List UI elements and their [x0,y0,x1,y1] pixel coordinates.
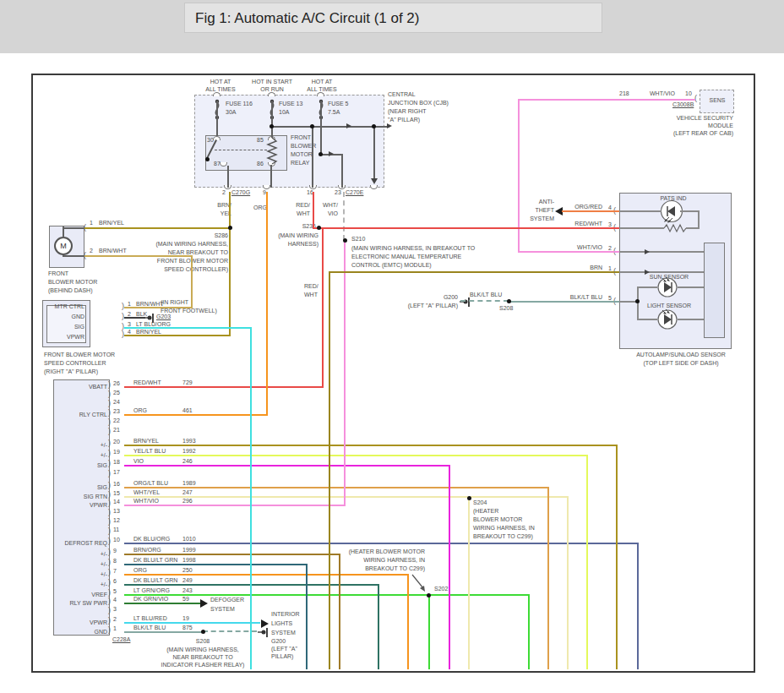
connector-pin-bracket: ) [108,450,111,457]
connector-wire-line [124,603,200,604]
wire-brnwht-ctrl [124,307,192,308]
vsm-circuit: 218 [619,90,629,97]
sensor-pin2-diode-arrow [645,249,650,254]
connector-wire-name: LT BLU/RED [133,615,167,622]
cjb-fuse5-drop [320,101,322,156]
connector-wire-name: ORG [133,567,147,574]
ctrl-name-2: SPEED CONTROLLER [44,360,106,367]
light-sensor-label: LIGHT SENSOR [647,303,691,309]
wire-blkltblu-dashed [460,300,509,302]
feed1-connector-arc [213,92,220,96]
blkltblu-dash-tag: BLK/LT BLU [470,292,502,298]
cjb-spare-down-arrow [371,178,378,184]
connector-pin-number: 15 [113,490,120,497]
s202-note-3: BREAKOUT TO C299) [365,565,425,572]
sensor-caption-2: (TOP LEFT SIDE OF DASH) [643,360,718,367]
connector-pin-number: 17 [113,469,120,476]
connector-wire-line [124,622,260,624]
anti-theft-2: THEFT [535,207,554,214]
vsm-conn[interactable]: C3008B [672,101,694,108]
g200-sensor-ground-icon [460,297,470,307]
s202-pointer-arrow [411,573,429,593]
fuse1-amps: 30A [226,109,236,116]
wire-whtvio-down [344,240,346,506]
connector-pin-bracket: ) [108,381,111,389]
sensor-pin3-lead [619,227,664,229]
wire-org-tag: ORG [253,205,267,211]
cjb-relay87-drop [227,166,229,188]
wire-org250-down [407,574,409,669]
splice-s286-dot [228,226,232,230]
connector-signal-label: +/- [101,581,107,588]
splice-s204-dot [467,496,471,500]
wire-redwht-to-sensor [313,227,619,229]
fuse3-amps: 7.5A [328,109,340,116]
connector-pin-bracket: ) [108,626,111,634]
light-left-stub [637,319,657,320]
cjb-fuse13-drop [271,101,273,127]
connector-id[interactable]: C228A [112,636,130,643]
connector-pin-number: 14 [113,499,120,505]
wire-dkbluorg-down [637,543,639,669]
cjb-spare-drop [373,127,375,179]
connector-signal-label: +/- [101,551,107,558]
wire-blkltblu-dashed-main [203,630,257,632]
connector-circuit-number: 1999 [182,547,196,554]
connector-signal-label: DEFROST REQ [65,540,107,547]
wire-whtvio-dashed-drop [343,192,345,240]
motor-pin1-num: 1 [90,220,93,226]
feed2-label: HOT IN START [252,79,292,85]
sensor-pin1-diode-arrow [645,270,650,275]
feed3-connector-arc [317,92,324,96]
cjb-name-4: "A" PILLAR) [388,117,420,123]
connector-pin-bracket: ) [108,491,111,499]
connector-pin-number: 22 [113,417,120,424]
motor-pin2-num: 2 [90,248,93,254]
motor-name-1: FRONT [48,270,68,277]
sensor-pin1-lead [619,271,704,273]
relay-name-4: RELAY [291,160,309,166]
wire-brn-to-sensor [329,271,619,273]
sensor-wire-blkltblu: BLK/LT BLU [570,294,602,301]
relay-pin85: 85 [257,137,264,144]
connector-pin-number: 21 [113,427,120,434]
figure-title: Fig 1: Automatic A/C Circuit (1 of 2) [195,10,419,27]
s208-main-note-1: (MAIN WIRING HARNESS, [166,647,239,653]
g203-note-1: (IN RIGHT [161,299,188,306]
wire-orgltblu-down [547,487,549,669]
anti-theft-3: SYSTEM [530,216,554,222]
connector-wire-name: ORG [133,407,147,414]
connector-circuit-number: 875 [182,625,193,631]
cjb-pin2-conn[interactable]: C270G [231,189,250,196]
wire-redwht-tag1: RED/ [296,202,310,209]
ctrl-label-gnd: GND [71,314,84,320]
g200-main-id: G200 [271,638,286,645]
vsm-sens-label: SENS [709,97,725,104]
pats-loop-top [680,210,699,212]
g203-id[interactable]: G203 [156,314,171,320]
wire-brnwht-motor [84,255,192,257]
cjb-junction3-dot [372,124,376,128]
s204-note-3: WIRING HARNESS, IN [473,525,535,532]
connector-wire-line [124,505,345,506]
connector-circuit-number: 59 [182,596,189,603]
defogger-2: SYSTEM [210,606,235,613]
connector-pin-bracket: ) [108,482,111,489]
wire-ltbluorg-sig [124,327,252,329]
fuse1-name: FUSE 116 [226,101,253,107]
light-right-stub [678,319,704,320]
cjb-pin23-num: 23 [335,189,341,196]
vsm-wire: WHT/VIO [650,90,675,97]
defogger-arrow [200,599,208,608]
cjb-exit-arrow [387,123,392,128]
connector-pin-bracket: ) [108,390,111,398]
s210-note-3: CONTROL (EMTC) MODULE) [351,262,432,269]
feed1-label: HOT AT [210,79,231,85]
s208-sensor-id: S208 [499,305,513,312]
interior-2: LIGHTS [271,620,292,627]
cjb-pin23-conn[interactable]: C270E [346,189,363,196]
connector-wire-line [124,574,408,576]
fuse3-name: FUSE 5 [328,101,349,107]
connector-circuit-number: 246 [182,458,193,465]
cjb-fuse5-arrow [329,151,334,156]
